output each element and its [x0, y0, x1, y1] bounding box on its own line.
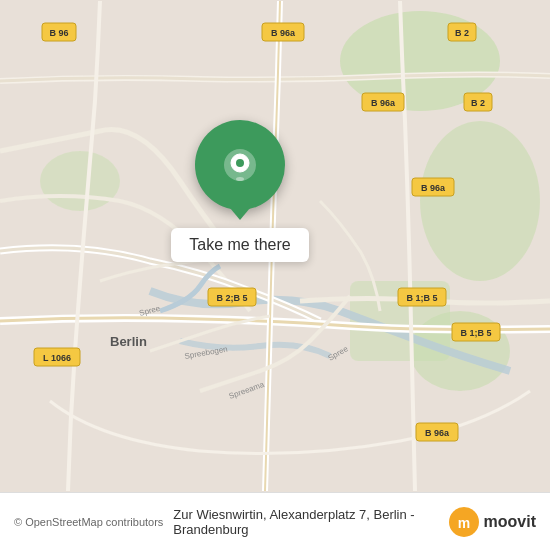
svg-text:B 2: B 2 — [471, 98, 485, 108]
moovit-logo: m moovit — [448, 506, 536, 538]
bottom-bar: © OpenStreetMap contributors Zur Wiesnwi… — [0, 492, 550, 550]
svg-text:B 96a: B 96a — [271, 28, 296, 38]
svg-text:B 1;B 5: B 1;B 5 — [406, 293, 437, 303]
app: Berlin Spree Spreebogen Spreeama Spree B… — [0, 0, 550, 550]
svg-point-35 — [236, 159, 244, 167]
svg-text:B 96a: B 96a — [425, 428, 450, 438]
svg-point-36 — [236, 177, 244, 181]
moovit-text: moovit — [484, 513, 536, 531]
map-container: Berlin Spree Spreebogen Spreeama Spree B… — [0, 0, 550, 492]
svg-text:B 2: B 2 — [455, 28, 469, 38]
moovit-icon: m — [448, 506, 480, 538]
svg-point-2 — [420, 121, 540, 281]
svg-text:B 96a: B 96a — [421, 183, 446, 193]
popup: Take me there — [140, 120, 340, 262]
svg-text:B 1;B 5: B 1;B 5 — [460, 328, 491, 338]
take-me-there-button[interactable]: Take me there — [171, 228, 308, 262]
location-text: Zur Wiesnwirtin, Alexanderplatz 7, Berli… — [173, 507, 437, 537]
location-pin-icon — [222, 147, 258, 183]
svg-text:L 1066: L 1066 — [43, 353, 71, 363]
map-attribution: © OpenStreetMap contributors — [14, 516, 163, 528]
svg-text:m: m — [457, 515, 469, 531]
svg-point-4 — [40, 151, 120, 211]
svg-text:B 2;B 5: B 2;B 5 — [216, 293, 247, 303]
svg-text:Berlin: Berlin — [110, 334, 147, 349]
popup-bubble — [195, 120, 285, 210]
svg-text:B 96: B 96 — [49, 28, 68, 38]
svg-text:B 96a: B 96a — [371, 98, 396, 108]
